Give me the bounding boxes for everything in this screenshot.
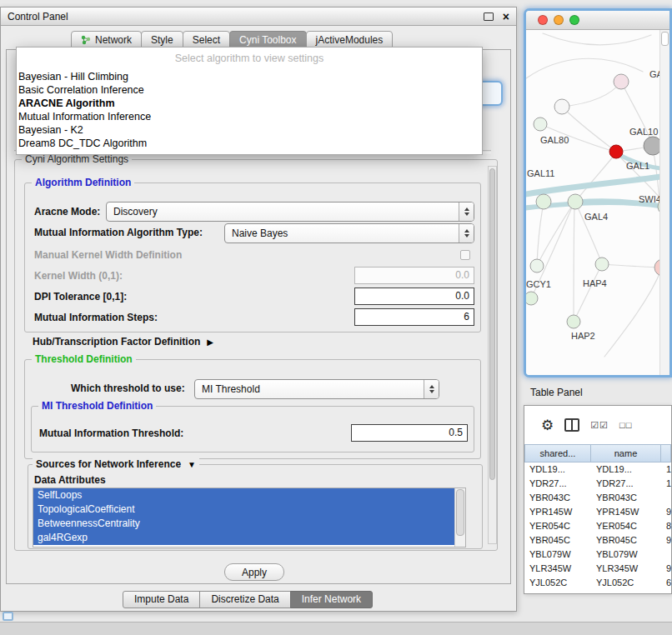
kernel-width-field[interactable]: 0.0 — [354, 267, 474, 284]
network-node[interactable] — [536, 194, 551, 209]
table-row[interactable]: YDR27...YDR27...12 — [524, 477, 671, 491]
combo-arrows-icon — [459, 224, 474, 242]
algorithm-option[interactable]: Dream8 DC_TDC Algorithm — [17, 137, 482, 150]
algorithm-option[interactable]: ARACNE Algorithm — [17, 97, 482, 110]
table-row[interactable]: YBR043CYBR043C — [524, 491, 671, 505]
gear-icon[interactable]: ⚙ — [541, 418, 554, 432]
dpi-tolerance-field[interactable]: 0.0 — [354, 288, 474, 305]
network-edge[interactable] — [562, 107, 616, 152]
float-window-icon[interactable] — [484, 12, 494, 21]
algorithm-dropdown-popup: Select algorithm to view settings Bayesi… — [16, 47, 483, 155]
apply-button[interactable]: Apply — [224, 563, 284, 581]
table-cell: 12 — [661, 477, 671, 491]
zoom-traffic-icon[interactable] — [569, 15, 579, 25]
network-view-content[interactable]: GALGAL80GAL10GAL11GAL1SWI4GAL4GCY1HAP4YH… — [526, 30, 669, 375]
table-row[interactable]: YJL052CYJL052C6 — [524, 576, 671, 590]
network-window-titlebar — [526, 11, 669, 30]
mi-threshold-label: Mutual Information Threshold: — [39, 428, 183, 439]
tab-label: Network — [95, 34, 132, 46]
close-traffic-icon[interactable] — [538, 15, 548, 25]
manual-kernel-checkbox[interactable] — [460, 250, 470, 260]
table-row[interactable]: YBR045CYBR045C9. — [524, 533, 671, 548]
table-cell: YPR145W — [524, 505, 591, 519]
data-attributes-list[interactable]: SelfLoopsTopologicalCoefficientBetweenne… — [33, 488, 466, 548]
clear-checks-icon[interactable]: □□ — [619, 420, 632, 430]
network-edge[interactable] — [562, 82, 621, 107]
minimized-panel-icon[interactable] — [3, 612, 13, 621]
network-scrollbar[interactable] — [659, 30, 669, 375]
table-row[interactable]: YBL079WYBL079W — [524, 548, 671, 562]
select-all-checks-icon[interactable]: ☑☑ — [590, 420, 609, 431]
columns-icon[interactable] — [564, 418, 579, 432]
settings-scrollbar[interactable] — [488, 166, 497, 544]
aracne-mode-select[interactable]: Discovery — [106, 202, 474, 222]
node-label: GAL80 — [540, 135, 569, 145]
network-edge[interactable] — [604, 270, 661, 357]
table-row[interactable]: YDL19...YDL19...13 — [524, 462, 671, 477]
column-header[interactable] — [661, 444, 671, 462]
column-header[interactable]: name — [591, 444, 661, 462]
algorithm-option[interactable]: Bayesian - Hill Climbing — [17, 70, 482, 83]
bottom-tab-discretize-data[interactable]: Discretize Data — [199, 591, 290, 608]
collapse-down-icon: ▼ — [188, 460, 196, 469]
algorithm-option[interactable]: Basic Correlation Inference — [17, 83, 482, 97]
network-node[interactable] — [568, 194, 583, 209]
network-edge[interactable] — [575, 202, 601, 262]
attribute-item[interactable]: BetweennessCentrality — [33, 517, 455, 531]
network-node[interactable] — [554, 99, 569, 114]
sources-title: Sources for Network Inference — [36, 458, 181, 470]
tab-label: jActiveModules — [316, 34, 384, 46]
attribute-item[interactable]: SelfLoops — [33, 488, 455, 502]
table-cell: YJL052C — [524, 576, 591, 590]
node-label: SWI4 — [639, 194, 661, 204]
aracne-mode-label: Aracne Mode: — [34, 206, 100, 218]
hub-section-header[interactable]: Hub/Transcription Factor Definition ▶ — [29, 336, 217, 348]
attribute-item[interactable]: gal4RGexp — [33, 531, 455, 545]
attributes-scrollbar[interactable] — [454, 488, 465, 547]
mi-type-select[interactable]: Naive Bayes — [224, 223, 474, 243]
network-node[interactable] — [614, 74, 629, 89]
bottom-tab-impute-data[interactable]: Impute Data — [123, 591, 200, 608]
which-threshold-select[interactable]: MI Threshold — [194, 379, 439, 399]
algorithm-option[interactable]: Bayesian - K2 — [17, 123, 482, 137]
network-canvas[interactable]: GALGAL80GAL10GAL11GAL1SWI4GAL4GCY1HAP4YH… — [526, 30, 669, 376]
threshold-definition-title: Threshold Definition — [32, 353, 136, 365]
bottom-tab-infer-network[interactable]: Infer Network — [290, 591, 373, 608]
network-edge[interactable] — [574, 203, 574, 320]
table-row[interactable]: YLR345WYLR345W9. — [524, 562, 671, 576]
mi-steps-field[interactable]: 6 — [354, 308, 474, 326]
mi-type-value: Naive Bayes — [225, 228, 459, 239]
network-edge[interactable] — [575, 155, 614, 202]
attribute-item[interactable]: TopologicalCoefficient — [33, 502, 455, 517]
network-node[interactable] — [567, 315, 580, 328]
table-cell: 8. — [661, 519, 671, 533]
algorithm-option[interactable]: Mutual Information Inference — [17, 110, 482, 123]
manual-kernel-label: Manual Kernel Width Definition — [34, 249, 182, 261]
network-edge[interactable] — [574, 266, 601, 320]
node-label: GAL11 — [527, 168, 554, 178]
sources-section-header[interactable]: Sources for Network Inference ▼ — [33, 458, 199, 470]
table-header-row: shared...name — [524, 444, 671, 462]
network-node[interactable] — [530, 259, 544, 272]
table-row[interactable]: YER054CYER054C8. — [524, 519, 671, 533]
mi-type-label: Mutual Information Algorithm Type: — [34, 227, 203, 238]
tab-label: Select — [193, 34, 220, 46]
combo-arrows-icon — [424, 380, 439, 398]
minimize-traffic-icon[interactable] — [554, 15, 564, 25]
network-edge[interactable] — [543, 33, 651, 45]
mi-threshold-group-title: MI Threshold Definition — [38, 400, 156, 412]
close-icon[interactable]: × — [503, 11, 509, 22]
dropdown-items: Bayesian - Hill ClimbingBasic Correlatio… — [17, 70, 482, 150]
table-row[interactable]: YPR145WYPR145W9. — [524, 505, 671, 519]
window-title: Control Panel — [8, 11, 484, 22]
control-panel-titlebar: Control Panel × — [1, 8, 516, 26]
column-header[interactable]: shared... — [524, 444, 591, 462]
network-edge[interactable] — [538, 203, 574, 264]
network-node[interactable] — [534, 118, 547, 131]
dpi-tolerance-label: DPI Tolerance [0,1]: — [34, 291, 127, 302]
network-node[interactable] — [526, 292, 538, 305]
network-node[interactable] — [609, 145, 623, 158]
network-node[interactable] — [595, 258, 609, 271]
network-edge[interactable] — [604, 264, 661, 268]
mi-threshold-field[interactable]: 0.5 — [351, 424, 468, 442]
